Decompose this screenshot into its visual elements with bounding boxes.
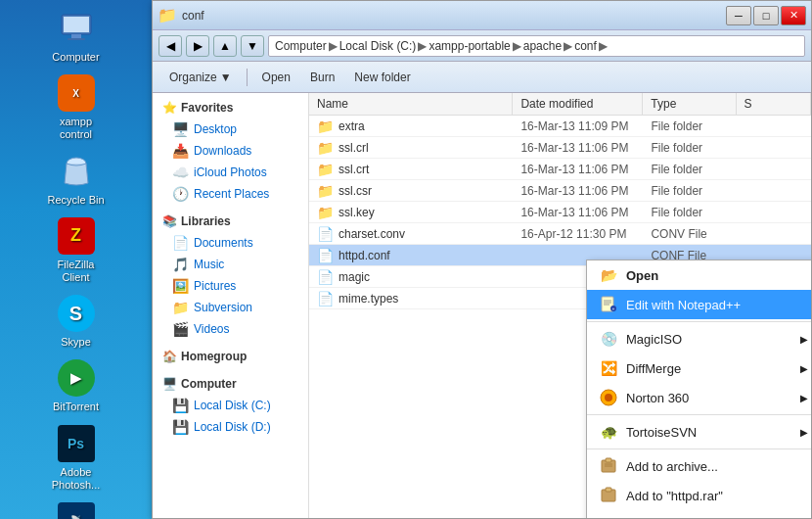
computer-header: 🖥️ Computer [153,373,308,395]
minimize-button[interactable]: ─ [726,6,751,25]
desktop-icon-bittorrent[interactable]: ▶ BitTorrent [42,354,111,417]
desktop-icon-area: Computer X xampp control Recycle Bin Z F [0,0,152,519]
favorites-label: Favorites [181,101,233,115]
sidebar-item-icloud[interactable]: ☁️ iCloud Photos [153,162,308,183]
column-name[interactable]: Name [309,93,513,115]
ctx-add-archive[interactable]: Add to archive... [587,451,811,481]
title-bar-buttons: ─ □ ✕ [726,6,806,25]
file-date: 16-Mar-13 11:06 PM [513,204,643,221]
desktop-sidebar-icon: 🖥️ [172,121,189,137]
path-part[interactable]: Computer [275,39,327,53]
open-button[interactable]: Open [253,66,299,89]
file-date [513,254,643,258]
svg-text:+: + [612,306,615,311]
file-date: 16-Mar-13 11:06 PM [513,161,643,178]
skype-label: Skype [61,336,91,349]
table-row[interactable]: 📁 extra 16-Mar-13 11:09 PM File folder [309,116,811,137]
file-icon: 📄 [317,248,334,263]
c-drive-label: Local Disk (C:) [194,399,271,412]
up-button[interactable]: ▲ [213,35,237,57]
svg-point-12 [605,394,612,401]
title-bar: 📁 conf ─ □ ✕ [153,1,811,30]
ctx-open[interactable]: 📂 Open [587,260,811,290]
ctx-notepad-icon: + [599,295,618,314]
svg-rect-18 [606,488,611,492]
sidebar-item-documents[interactable]: 📄 Documents [153,232,308,254]
svg-rect-3 [68,38,85,40]
desktop-icon-photoshop[interactable]: Ps Adobe Photosh... [42,420,111,495]
desktop-sidebar-label: Desktop [194,122,237,136]
maximize-button[interactable]: □ [753,6,779,25]
table-row[interactable]: 📁 ssl.key 16-Mar-13 11:06 PM File folder [309,202,811,223]
recent-button[interactable]: ▼ [241,35,264,57]
file-name: 📁 extra [309,117,513,136]
desktop-icon-skype[interactable]: S Skype [42,290,111,353]
computer-sidebar-icon: 🖥️ [162,377,177,391]
desktop-icon-xampp[interactable]: X xampp control [42,70,111,145]
sidebar-item-desktop[interactable]: 🖥️ Desktop [153,118,308,140]
ctx-compress-email[interactable]: 📧 Compress and email... [587,510,811,518]
sidebar-item-subversion[interactable]: 📁 Subversion [153,297,308,318]
sidebar-item-videos[interactable]: 🎬 Videos [153,318,308,340]
subversion-icon: 📁 [172,300,189,315]
sidebar-item-music[interactable]: 🎵 Music [153,254,308,275]
xampp-label: xampp control [46,116,107,141]
forward-button[interactable]: ▶ [186,35,209,57]
desktop: Computer X xampp control Recycle Bin Z F [0,0,812,519]
column-date[interactable]: Date modified [513,93,643,115]
table-row[interactable]: 📁 ssl.crt 16-Mar-13 11:06 PM File folder [309,159,811,180]
ctx-open-label: Open [626,268,658,283]
sidebar-item-recent[interactable]: 🕐 Recent Places [153,183,308,205]
ctx-diffmerge[interactable]: 🔀 DiffMerge ▶ [587,354,811,383]
ctx-diffmerge-arrow: ▶ [800,363,808,374]
context-menu: 📂 Open + [586,260,811,518]
skype-icon: S [57,294,96,333]
ctx-norton-icon [599,388,618,407]
table-row[interactable]: 📁 ssl.csr 16-Mar-13 11:06 PM File folder [309,180,811,202]
computer-icon [57,9,96,48]
recent-sidebar-label: Recent Places [194,187,269,201]
ctx-email-icon: 📧 [599,515,618,518]
ctx-norton[interactable]: Norton 360 ▶ [587,383,811,412]
address-path[interactable]: Computer ▶ Local Disk (C:) ▶ xampp-porta… [268,35,805,57]
back-button[interactable]: ◀ [158,35,182,57]
table-row[interactable]: 📄 charset.conv 16-Apr-12 11:30 PM CONV F… [309,223,811,245]
computer-section: 🖥️ Computer 💾 Local Disk (C:) 💾 Local Di… [153,373,308,438]
path-part[interactable]: apache [523,39,562,53]
table-row[interactable]: 📁 ssl.crl 16-Mar-13 11:06 PM File folder [309,137,811,159]
title-bar-text: conf [182,9,726,23]
column-size[interactable]: S [737,93,811,115]
ctx-add-rar[interactable]: Add to "httpd.rar" [587,481,811,510]
title-bar-icon: 📁 [158,6,177,24]
homegroup-icon: 🏠 [162,350,177,363]
commview-icon: 📡 [57,501,96,519]
sidebar-item-d-drive[interactable]: 💾 Local Disk (D:) [153,416,308,438]
icloud-sidebar-label: iCloud Photos [194,165,267,179]
ctx-tortoisesvn-icon: 🐢 [599,422,618,442]
sidebar-item-downloads[interactable]: 📥 Downloads [153,140,308,162]
toolbar: Organize ▼ Open Burn New folder [153,62,811,93]
path-part[interactable]: conf [574,39,597,53]
ctx-tortoisesvn[interactable]: 🐢 TortoiseSVN ▶ [587,417,811,447]
path-part[interactable]: xampp-portable [429,39,510,53]
path-part[interactable]: Local Disk (C:) [339,39,417,53]
column-type[interactable]: Type [643,93,736,115]
path-separator: ▶ [599,39,608,53]
file-icon: 📄 [317,269,334,285]
desktop-icon-commview[interactable]: 📡 CommView for WiFi [42,497,111,519]
libraries-section: 📚 Libraries 📄 Documents 🎵 Music 🖼️ Pictu… [153,211,308,340]
desktop-icon-filezilla[interactable]: Z FileZilla Client [42,212,111,288]
new-folder-button[interactable]: New folder [345,66,419,89]
ctx-magiciso[interactable]: 💿 MagicISO ▶ [587,324,811,354]
sidebar-item-pictures[interactable]: 🖼️ Pictures [153,275,308,297]
sidebar-item-c-drive[interactable]: 💾 Local Disk (C:) [153,395,308,416]
desktop-icon-recycle[interactable]: Recycle Bin [42,148,111,211]
burn-button[interactable]: Burn [301,66,343,89]
close-button[interactable]: ✕ [781,6,806,25]
file-icon: 📄 [317,226,334,242]
organize-button[interactable]: Organize ▼ [160,66,241,89]
ctx-edit-notepad[interactable]: + Edit with Notepad++ [587,290,811,319]
ctx-norton-label: Norton 360 [626,391,689,405]
file-list[interactable]: Name Date modified Type S 📁 extra 16-Mar… [309,93,811,518]
desktop-icon-computer[interactable]: Computer [42,5,111,68]
